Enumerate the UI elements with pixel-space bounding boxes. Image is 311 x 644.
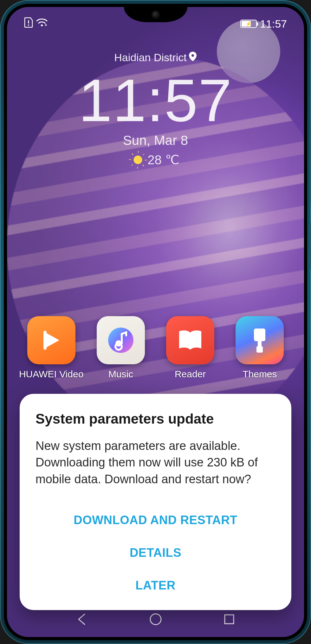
dialog-buttons: DOWNLOAD AND RESTART DETAILS LATER [36,504,275,601]
location-text: Haidian District [114,51,187,64]
location-row[interactable]: Haidian District [114,51,197,64]
svg-point-4 [115,340,122,347]
app-music[interactable]: Music [92,316,149,380]
dialog-title: System parameters update [36,411,275,427]
book-icon [166,316,214,364]
lockscreen-content: Haidian District 11:57 Sun, Mar 8 28 ℃ [7,51,304,167]
wifi-icon [36,18,48,30]
charging-bolt-icon: ⚡ [245,21,252,27]
navigation-bar [7,607,304,632]
sim-alert-icon [24,17,33,30]
svg-point-8 [150,614,161,625]
home-button[interactable] [149,613,162,626]
video-icon [27,316,75,364]
svg-rect-6 [258,341,262,346]
volume-button[interactable] [310,120,311,203]
recent-apps-button[interactable] [223,613,236,626]
screen: ⚡ 11:57 Haidian District 11:57 Sun, Mar … [7,7,304,637]
temperature-text: 28 ℃ [147,153,179,167]
status-right: ⚡ 11:57 [240,18,287,30]
svg-rect-7 [256,346,263,353]
status-time: 11:57 [260,18,287,30]
app-label: HUAWEI Video [19,369,83,380]
app-label: Themes [243,369,277,380]
system-update-dialog: System parameters update New system para… [20,394,291,610]
download-restart-button[interactable]: DOWNLOAD AND RESTART [36,504,275,536]
status-left [24,17,48,30]
details-button[interactable]: DETAILS [36,537,275,569]
power-button[interactable] [310,222,311,270]
svg-point-1 [28,24,29,26]
location-pin-icon [189,51,197,64]
later-button[interactable]: LATER [36,570,275,601]
app-label: Reader [175,369,206,380]
svg-rect-5 [254,329,265,341]
app-themes[interactable]: Themes [231,316,288,380]
brush-icon [236,316,284,364]
music-icon [97,316,145,364]
battery-icon: ⚡ [240,20,257,28]
lockscreen-date: Sun, Mar 8 [7,133,304,148]
svg-rect-9 [225,615,234,624]
phone-bezel: ⚡ 11:57 Haidian District 11:57 Sun, Mar … [4,4,307,640]
app-row: HUAWEI Video [7,316,304,380]
svg-point-2 [41,24,43,26]
app-reader[interactable]: Reader [162,316,219,380]
app-label: Music [108,369,133,380]
weather-row[interactable]: 28 ℃ [132,153,179,167]
app-huawei-video[interactable]: HUAWEI Video [23,316,80,380]
dialog-body: New system parameters are available. Dow… [36,438,275,487]
lockscreen-time: 11:57 [7,70,304,130]
phone-frame: ⚡ 11:57 Haidian District 11:57 Sun, Mar … [0,0,311,644]
front-camera [152,11,159,18]
back-button[interactable] [75,613,89,626]
sun-icon [132,153,144,166]
